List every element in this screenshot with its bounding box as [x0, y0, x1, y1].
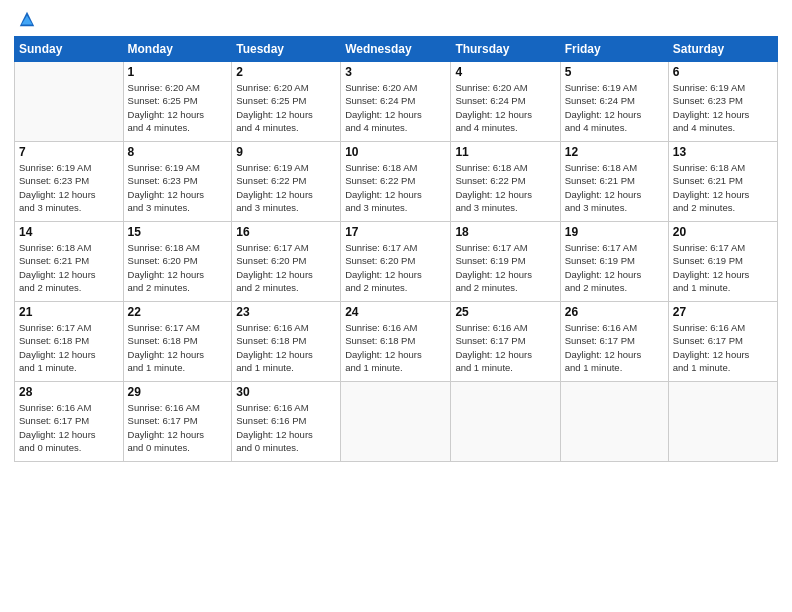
day-info: Sunrise: 6:18 AMSunset: 6:22 PMDaylight:… [455, 161, 555, 214]
weekday-header-friday: Friday [560, 37, 668, 62]
day-number: 28 [19, 385, 119, 399]
day-info: Sunrise: 6:19 AMSunset: 6:24 PMDaylight:… [565, 81, 664, 134]
day-number: 14 [19, 225, 119, 239]
day-info: Sunrise: 6:16 AMSunset: 6:17 PMDaylight:… [455, 321, 555, 374]
day-info: Sunrise: 6:17 AMSunset: 6:18 PMDaylight:… [19, 321, 119, 374]
day-info: Sunrise: 6:20 AMSunset: 6:24 PMDaylight:… [345, 81, 446, 134]
logo [14, 10, 36, 28]
day-info: Sunrise: 6:17 AMSunset: 6:18 PMDaylight:… [128, 321, 228, 374]
day-info: Sunrise: 6:16 AMSunset: 6:18 PMDaylight:… [345, 321, 446, 374]
day-info: Sunrise: 6:19 AMSunset: 6:22 PMDaylight:… [236, 161, 336, 214]
day-info: Sunrise: 6:16 AMSunset: 6:17 PMDaylight:… [565, 321, 664, 374]
calendar-cell: 20Sunrise: 6:17 AMSunset: 6:19 PMDayligh… [668, 222, 777, 302]
day-number: 13 [673, 145, 773, 159]
day-number: 19 [565, 225, 664, 239]
calendar-cell: 8Sunrise: 6:19 AMSunset: 6:23 PMDaylight… [123, 142, 232, 222]
week-row-4: 21Sunrise: 6:17 AMSunset: 6:18 PMDayligh… [15, 302, 778, 382]
calendar-cell: 21Sunrise: 6:17 AMSunset: 6:18 PMDayligh… [15, 302, 124, 382]
day-number: 17 [345, 225, 446, 239]
day-info: Sunrise: 6:20 AMSunset: 6:24 PMDaylight:… [455, 81, 555, 134]
day-info: Sunrise: 6:19 AMSunset: 6:23 PMDaylight:… [128, 161, 228, 214]
weekday-header-saturday: Saturday [668, 37, 777, 62]
day-number: 30 [236, 385, 336, 399]
day-number: 21 [19, 305, 119, 319]
calendar-cell: 3Sunrise: 6:20 AMSunset: 6:24 PMDaylight… [341, 62, 451, 142]
calendar-table: SundayMondayTuesdayWednesdayThursdayFrid… [14, 36, 778, 462]
calendar-cell: 11Sunrise: 6:18 AMSunset: 6:22 PMDayligh… [451, 142, 560, 222]
day-info: Sunrise: 6:19 AMSunset: 6:23 PMDaylight:… [19, 161, 119, 214]
calendar-cell: 30Sunrise: 6:16 AMSunset: 6:16 PMDayligh… [232, 382, 341, 462]
calendar-cell: 24Sunrise: 6:16 AMSunset: 6:18 PMDayligh… [341, 302, 451, 382]
weekday-header-thursday: Thursday [451, 37, 560, 62]
day-info: Sunrise: 6:18 AMSunset: 6:20 PMDaylight:… [128, 241, 228, 294]
day-number: 18 [455, 225, 555, 239]
weekday-header-row: SundayMondayTuesdayWednesdayThursdayFrid… [15, 37, 778, 62]
calendar-cell: 13Sunrise: 6:18 AMSunset: 6:21 PMDayligh… [668, 142, 777, 222]
calendar-cell [668, 382, 777, 462]
calendar-cell: 25Sunrise: 6:16 AMSunset: 6:17 PMDayligh… [451, 302, 560, 382]
day-number: 4 [455, 65, 555, 79]
day-number: 26 [565, 305, 664, 319]
calendar-cell: 5Sunrise: 6:19 AMSunset: 6:24 PMDaylight… [560, 62, 668, 142]
day-number: 3 [345, 65, 446, 79]
calendar-cell: 23Sunrise: 6:16 AMSunset: 6:18 PMDayligh… [232, 302, 341, 382]
calendar-cell: 17Sunrise: 6:17 AMSunset: 6:20 PMDayligh… [341, 222, 451, 302]
calendar-cell: 28Sunrise: 6:16 AMSunset: 6:17 PMDayligh… [15, 382, 124, 462]
day-info: Sunrise: 6:16 AMSunset: 6:16 PMDaylight:… [236, 401, 336, 454]
day-info: Sunrise: 6:18 AMSunset: 6:22 PMDaylight:… [345, 161, 446, 214]
day-info: Sunrise: 6:16 AMSunset: 6:17 PMDaylight:… [19, 401, 119, 454]
day-number: 10 [345, 145, 446, 159]
day-info: Sunrise: 6:16 AMSunset: 6:17 PMDaylight:… [128, 401, 228, 454]
calendar-cell: 9Sunrise: 6:19 AMSunset: 6:22 PMDaylight… [232, 142, 341, 222]
calendar-cell: 29Sunrise: 6:16 AMSunset: 6:17 PMDayligh… [123, 382, 232, 462]
day-info: Sunrise: 6:20 AMSunset: 6:25 PMDaylight:… [236, 81, 336, 134]
day-number: 2 [236, 65, 336, 79]
day-info: Sunrise: 6:18 AMSunset: 6:21 PMDaylight:… [19, 241, 119, 294]
day-number: 24 [345, 305, 446, 319]
weekday-header-monday: Monday [123, 37, 232, 62]
day-info: Sunrise: 6:16 AMSunset: 6:17 PMDaylight:… [673, 321, 773, 374]
day-info: Sunrise: 6:17 AMSunset: 6:19 PMDaylight:… [565, 241, 664, 294]
day-number: 1 [128, 65, 228, 79]
weekday-header-sunday: Sunday [15, 37, 124, 62]
weekday-header-tuesday: Tuesday [232, 37, 341, 62]
calendar-cell: 6Sunrise: 6:19 AMSunset: 6:23 PMDaylight… [668, 62, 777, 142]
calendar-cell: 4Sunrise: 6:20 AMSunset: 6:24 PMDaylight… [451, 62, 560, 142]
page: SundayMondayTuesdayWednesdayThursdayFrid… [0, 0, 792, 612]
header [14, 10, 778, 28]
calendar-cell: 26Sunrise: 6:16 AMSunset: 6:17 PMDayligh… [560, 302, 668, 382]
day-number: 16 [236, 225, 336, 239]
calendar-cell: 12Sunrise: 6:18 AMSunset: 6:21 PMDayligh… [560, 142, 668, 222]
day-number: 5 [565, 65, 664, 79]
day-info: Sunrise: 6:17 AMSunset: 6:20 PMDaylight:… [345, 241, 446, 294]
day-info: Sunrise: 6:18 AMSunset: 6:21 PMDaylight:… [565, 161, 664, 214]
calendar-cell: 27Sunrise: 6:16 AMSunset: 6:17 PMDayligh… [668, 302, 777, 382]
week-row-2: 7Sunrise: 6:19 AMSunset: 6:23 PMDaylight… [15, 142, 778, 222]
calendar-cell: 10Sunrise: 6:18 AMSunset: 6:22 PMDayligh… [341, 142, 451, 222]
day-number: 9 [236, 145, 336, 159]
day-info: Sunrise: 6:18 AMSunset: 6:21 PMDaylight:… [673, 161, 773, 214]
week-row-1: 1Sunrise: 6:20 AMSunset: 6:25 PMDaylight… [15, 62, 778, 142]
day-info: Sunrise: 6:17 AMSunset: 6:19 PMDaylight:… [673, 241, 773, 294]
calendar-cell: 7Sunrise: 6:19 AMSunset: 6:23 PMDaylight… [15, 142, 124, 222]
day-number: 15 [128, 225, 228, 239]
calendar-cell: 15Sunrise: 6:18 AMSunset: 6:20 PMDayligh… [123, 222, 232, 302]
day-number: 22 [128, 305, 228, 319]
calendar-cell [560, 382, 668, 462]
week-row-5: 28Sunrise: 6:16 AMSunset: 6:17 PMDayligh… [15, 382, 778, 462]
day-number: 6 [673, 65, 773, 79]
day-number: 8 [128, 145, 228, 159]
calendar-cell: 1Sunrise: 6:20 AMSunset: 6:25 PMDaylight… [123, 62, 232, 142]
day-info: Sunrise: 6:20 AMSunset: 6:25 PMDaylight:… [128, 81, 228, 134]
calendar-cell: 16Sunrise: 6:17 AMSunset: 6:20 PMDayligh… [232, 222, 341, 302]
logo-icon [18, 10, 36, 28]
calendar-cell: 14Sunrise: 6:18 AMSunset: 6:21 PMDayligh… [15, 222, 124, 302]
day-info: Sunrise: 6:16 AMSunset: 6:18 PMDaylight:… [236, 321, 336, 374]
day-info: Sunrise: 6:19 AMSunset: 6:23 PMDaylight:… [673, 81, 773, 134]
day-number: 7 [19, 145, 119, 159]
day-number: 25 [455, 305, 555, 319]
day-number: 20 [673, 225, 773, 239]
day-info: Sunrise: 6:17 AMSunset: 6:19 PMDaylight:… [455, 241, 555, 294]
calendar-cell: 19Sunrise: 6:17 AMSunset: 6:19 PMDayligh… [560, 222, 668, 302]
weekday-header-wednesday: Wednesday [341, 37, 451, 62]
